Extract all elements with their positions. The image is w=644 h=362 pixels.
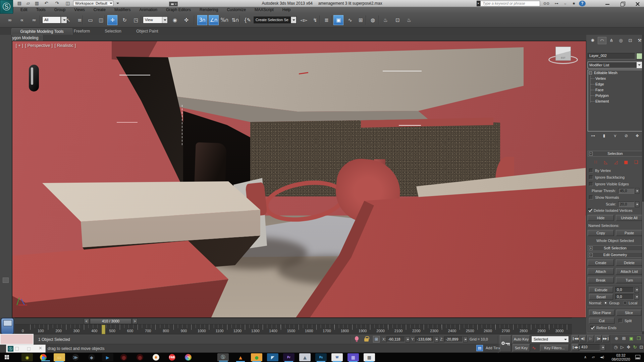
- render-production-icon[interactable]: ♨: [404, 15, 414, 25]
- menu-item[interactable]: Edit: [16, 7, 32, 13]
- show-normals-checkbox[interactable]: [589, 195, 593, 199]
- modifier-stack[interactable]: −Editable Mesh−Vertex−Edge−Face−Polygon−…: [588, 70, 643, 131]
- graphite-ribbon-toggle-icon[interactable]: ▣: [333, 15, 343, 25]
- menu-item[interactable]: Animation: [135, 7, 162, 13]
- taskbar-fab-icon[interactable]: FAB: [169, 354, 175, 361]
- scrollbar-thumb[interactable]: [642, 201, 644, 332]
- search-go-icon[interactable]: ▸: [477, 1, 480, 6]
- ribbon-tab[interactable]: Selection: [101, 28, 125, 35]
- normal-local-radio[interactable]: [623, 301, 627, 305]
- expand-icon[interactable]: −: [589, 71, 592, 74]
- face-subobject-icon[interactable]: ◿: [612, 159, 620, 166]
- communication-center-icon[interactable]: ⌔: [561, 1, 570, 6]
- restore-button[interactable]: [617, 0, 629, 7]
- pan-view-icon[interactable]: ✥: [625, 344, 632, 351]
- split-checkbox[interactable]: [619, 319, 623, 323]
- previous-frame-button[interactable]: <: [84, 318, 89, 324]
- create-button[interactable]: Create: [588, 259, 614, 266]
- polygon-subobject-icon[interactable]: ■: [622, 159, 630, 166]
- z-spinner[interactable]: [463, 337, 468, 342]
- open-file-icon[interactable]: ▱: [24, 0, 32, 6]
- taskbar-game-icon[interactable]: ◉: [21, 353, 33, 361]
- chevron-down-icon[interactable]: [291, 17, 296, 23]
- display-tab-icon[interactable]: ⊡: [626, 37, 635, 44]
- viewport-menu-shading[interactable]: [ Realistic ]: [55, 43, 76, 48]
- dock-handle-button[interactable]: [3, 278, 9, 283]
- selection-lock-icon[interactable]: [364, 338, 369, 342]
- rendered-frame-window-icon[interactable]: ⊡: [392, 15, 402, 25]
- key-mode-dropdown[interactable]: Selected: [531, 336, 569, 343]
- taskbar-color-wheel-icon[interactable]: ◷: [185, 354, 192, 361]
- configure-modifier-sets-icon[interactable]: ❖: [633, 133, 641, 139]
- soft-selection-rollout-header[interactable]: +Soft Selection: [588, 245, 643, 251]
- select-and-move-icon[interactable]: ✛: [107, 15, 117, 25]
- taskbar-purple-app-icon[interactable]: ▦: [347, 353, 359, 361]
- next-frame-button[interactable]: >: [132, 318, 138, 324]
- taskbar-clock[interactable]: 03:32 08/02/2020: [608, 353, 634, 361]
- extrude-spinner[interactable]: [635, 287, 639, 293]
- remove-modifier-icon[interactable]: ⊘: [622, 133, 630, 139]
- planar-thresh-field[interactable]: 45,0: [618, 188, 634, 194]
- frame-spinner[interactable]: [601, 344, 605, 351]
- scale-field[interactable]: 20,0: [618, 201, 634, 207]
- bevel-field[interactable]: 0,0: [615, 294, 634, 300]
- close-button[interactable]: [632, 0, 643, 7]
- mini-maximize-icon[interactable]: [27, 347, 31, 351]
- application-menu-button[interactable]: Ⓢ: [0, 0, 13, 14]
- hierarchy-tab-icon[interactable]: ⋔: [607, 37, 616, 44]
- taskbar-red-app2-icon[interactable]: ◎: [137, 354, 143, 361]
- manage-layers-icon[interactable]: ≣: [321, 15, 331, 25]
- taskbar-explorer-icon[interactable]: ▭: [54, 353, 65, 361]
- ribbon-tab[interactable]: Object Paint: [132, 28, 162, 35]
- modify-tab-icon[interactable]: ◠: [598, 37, 606, 44]
- mini-window-titlebar[interactable]: Ⓢ ✕: [6, 345, 46, 353]
- search-input[interactable]: Type a keyword or phrase: [480, 1, 540, 6]
- favorites-star-icon[interactable]: ★: [570, 1, 578, 6]
- attach-list-button[interactable]: Attach List: [616, 268, 643, 275]
- add-time-tag-icon[interactable]: ▤: [476, 345, 483, 351]
- taskbar-media-player-icon[interactable]: ≫: [72, 354, 79, 361]
- project-folder-icon[interactable]: ◫: [64, 0, 72, 6]
- undo-icon[interactable]: ↶: [42, 0, 50, 6]
- mini-close-icon[interactable]: ✕: [39, 346, 42, 351]
- z-coordinate-field[interactable]: -20,899: [444, 337, 463, 342]
- create-tab-icon[interactable]: ✺: [588, 37, 597, 44]
- taskbar-word-icon[interactable]: W: [331, 353, 343, 361]
- taskbar-quicktime-icon[interactable]: ◆: [88, 354, 95, 361]
- align-icon[interactable]: ↯: [310, 15, 320, 25]
- menu-item[interactable]: MAXScript: [250, 7, 278, 13]
- named-selection-set-dropdown[interactable]: Create Selection Se: [254, 16, 297, 23]
- subscription-key-icon[interactable]: ⊶: [552, 1, 561, 6]
- selection-rollout-header[interactable]: −Selection: [588, 151, 643, 157]
- x-coordinate-field[interactable]: -60,118: [386, 337, 405, 342]
- make-unique-icon[interactable]: ⋎: [611, 133, 619, 139]
- mini-curve-editor-button[interactable]: [1, 318, 14, 335]
- vertex-subobject-icon[interactable]: ∷: [592, 159, 600, 166]
- help-icon[interactable]: ?: [579, 1, 586, 6]
- taskbar-revu-icon[interactable]: ◤: [267, 353, 278, 361]
- viewport-menu-view[interactable]: [ Perspective ]: [25, 43, 53, 48]
- viewport-menu-plus[interactable]: [ + ]: [16, 43, 23, 48]
- current-frame-field[interactable]: 410: [580, 344, 600, 351]
- modifier-stack-item[interactable]: −Vertex: [588, 76, 642, 81]
- minimize-button[interactable]: [602, 0, 613, 7]
- pin-stack-icon[interactable]: ⊶: [589, 133, 597, 139]
- play-animation-icon[interactable]: ▷: [587, 335, 594, 342]
- edit-geometry-rollout-header[interactable]: −Edit Geometry: [588, 252, 643, 258]
- select-and-link-icon[interactable]: ∞: [5, 15, 15, 25]
- track-bar[interactable]: 0100200300400500600700800900100011001200…: [15, 324, 572, 335]
- taskbar-flame-app-icon[interactable]: ♦: [153, 354, 159, 361]
- break-button[interactable]: Break: [588, 277, 614, 283]
- delete-isolated-vertices-checkbox[interactable]: [588, 208, 592, 213]
- taskbar-chrome-icon[interactable]: ●: [40, 354, 47, 361]
- percent-snap-toggle-icon[interactable]: %∩: [219, 15, 229, 25]
- taskbar-video-player-icon[interactable]: ▶: [102, 353, 113, 361]
- tray-hidden-icons-icon[interactable]: ∧: [582, 355, 589, 361]
- tray-volume-icon[interactable]: ◄): [598, 355, 606, 361]
- perspective-viewport[interactable]: [ + ] [ Perspective ] [ Realistic ] EST: [12, 41, 586, 318]
- menu-item[interactable]: Graph Editors: [162, 7, 195, 13]
- taskbar-vlc-icon[interactable]: ▲: [235, 353, 246, 361]
- x-spinner[interactable]: [406, 337, 410, 342]
- search-communities-icon[interactable]: ⊙⊙: [542, 1, 551, 6]
- absolute-mode-icon[interactable]: ⊞: [373, 336, 380, 343]
